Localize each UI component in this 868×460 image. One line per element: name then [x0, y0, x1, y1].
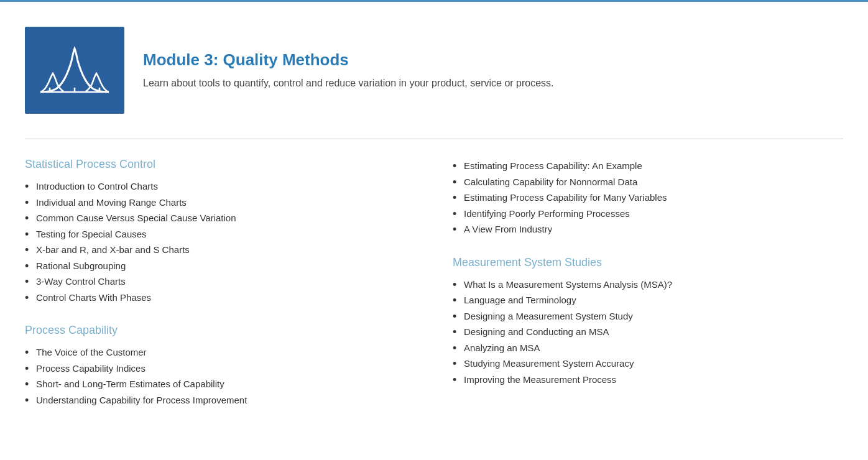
section-process-capability-continued: Estimating Process Capability: An Exampl… [453, 158, 843, 237]
list-item: Understanding Capability for Process Imp… [25, 392, 415, 408]
list-item: Designing a Measurement System Study [453, 308, 843, 324]
module-header: Module 3: Quality Methods Learn about to… [25, 27, 843, 114]
list-item: Short- and Long-Term Estimates of Capabi… [25, 376, 415, 392]
list-item: Estimating Process Capability for Many V… [453, 190, 843, 206]
list-item: Designing and Conducting an MSA [453, 324, 843, 340]
list-item: Calculating Capability for Nonnormal Dat… [453, 174, 843, 190]
list-process-capability: The Voice of the Customer Process Capabi… [25, 344, 415, 408]
list-item: Process Capability Indices [25, 361, 415, 377]
list-item: Common Cause Versus Special Cause Variat… [25, 210, 415, 226]
list-item: What Is a Measurement Systems Analysis (… [453, 277, 843, 293]
list-item: Introduction to Control Charts [25, 178, 415, 195]
list-item: X-bar and R, and X-bar and S Charts [25, 242, 415, 258]
list-item: Control Charts With Phases [25, 290, 415, 306]
section-measurement-system-studies: Measurement System Studies What Is a Mea… [453, 256, 843, 388]
list-item: Rational Subgrouping [25, 258, 415, 274]
list-item: Analyzing an MSA [453, 340, 843, 356]
module-title: Module 3: Quality Methods [143, 50, 843, 70]
list-item: Estimating Process Capability: An Exampl… [453, 158, 843, 174]
list-item: A View From Industry [453, 221, 843, 237]
list-item: 3-Way Control Charts [25, 274, 415, 290]
module-icon [25, 27, 124, 114]
column-right: Estimating Process Capability: An Exampl… [453, 158, 843, 408]
list-item: Testing for Special Causes [25, 226, 415, 242]
list-item: Studying Measurement System Accuracy [453, 356, 843, 372]
heading-measurement-system-studies: Measurement System Studies [453, 256, 843, 269]
list-statistical-process-control: Introduction to Control Charts Individua… [25, 178, 415, 305]
module-description: Learn about tools to quantify, control a… [143, 76, 578, 91]
heading-process-capability: Process Capability [25, 324, 415, 337]
list-item: The Voice of the Customer [25, 344, 415, 361]
section-process-capability: Process Capability The Voice of the Cust… [25, 324, 415, 408]
list-measurement-system-studies: What Is a Measurement Systems Analysis (… [453, 277, 843, 388]
section-statistical-process-control: Statistical Process Control Introduction… [25, 158, 415, 305]
heading-statistical-process-control: Statistical Process Control [25, 158, 415, 171]
module-text: Module 3: Quality Methods Learn about to… [143, 50, 843, 91]
list-item: Improving the Measurement Process [453, 372, 843, 388]
section-divider [25, 139, 843, 139]
list-item: Individual and Moving Range Charts [25, 195, 415, 211]
content-columns: Statistical Process Control Introduction… [25, 158, 843, 408]
column-left: Statistical Process Control Introduction… [25, 158, 415, 408]
list-item: Identifying Poorly Performing Processes [453, 206, 843, 222]
list-process-capability-continued: Estimating Process Capability: An Exampl… [453, 158, 843, 237]
list-item: Language and Terminology [453, 292, 843, 308]
